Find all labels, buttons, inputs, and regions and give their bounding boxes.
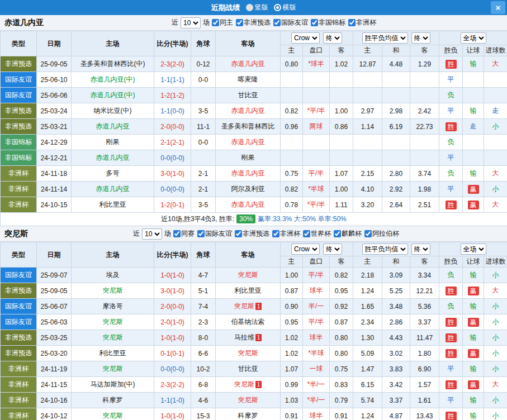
subcol-handicap: 盘口	[303, 45, 330, 56]
competition-checkbox[interactable]	[273, 19, 281, 26]
competition-checkbox[interactable]	[235, 230, 242, 237]
away-team-cell: 甘比亚	[216, 88, 281, 103]
away-team-cell: 赤道几内亚	[216, 56, 281, 72]
handicap-result-label: 输	[470, 365, 477, 373]
away-team-name: 突尼斯	[234, 302, 254, 310]
avg-home-cell: 5.74	[353, 393, 382, 408]
away-team-name: 马拉维	[234, 333, 254, 341]
competition-filter[interactable]: 非洲预选	[236, 18, 271, 27]
handicap-result-cell	[463, 135, 484, 150]
goals-result-cell: 小	[484, 361, 507, 377]
date-cell: 25-03-24	[37, 103, 72, 119]
goals-result-label: 走	[492, 107, 499, 114]
competition-filter[interactable]: 非洲杯	[348, 18, 376, 27]
avg-type-select[interactable]: 胜平负均值	[362, 32, 408, 44]
home-team-name: 纳米比亚(中)	[94, 107, 132, 114]
competition-checkbox[interactable]	[173, 230, 181, 237]
summary-record-text: 近10场,胜3平4负3, 胜率:	[161, 215, 234, 223]
odds-handicap-cell: *平/半	[303, 197, 330, 213]
layout-radio-horizontal[interactable]: 横版	[274, 3, 296, 12]
handicap-result-label: 赢	[468, 318, 479, 327]
away-team-name: 突尼斯	[234, 380, 254, 388]
scope-select[interactable]: 全场	[461, 244, 486, 255]
competition-checkbox[interactable]	[334, 230, 341, 237]
competition-type-cell: 非洲预选	[1, 346, 37, 361]
odds-home-cell: 1.00	[281, 268, 303, 283]
odds-company-select[interactable]: Crow	[291, 32, 320, 44]
match-count-select[interactable]: 10	[181, 17, 201, 28]
odds-time-select[interactable]: 终	[323, 244, 342, 255]
away-team-name: 赤道几内亚	[231, 169, 265, 177]
radio-selected-icon[interactable]	[274, 4, 281, 11]
score: 1-2(0-1)	[160, 201, 184, 209]
competition-filter[interactable]: 世界杯	[303, 229, 331, 238]
corners-cell: 7-4	[191, 299, 216, 314]
home-team-name: 摩洛哥	[103, 302, 123, 310]
subcol-odds-away: 客	[330, 45, 353, 56]
odds-time-select[interactable]: 终	[323, 32, 342, 44]
corners-cell: 2-1	[191, 182, 216, 197]
home-team-cell: 利比里亚	[72, 197, 154, 213]
avg-type-select[interactable]: 胜平负均值	[362, 244, 408, 255]
avg-draw-cell	[382, 88, 410, 103]
competition-checkbox[interactable]	[236, 19, 243, 26]
home-team-name: 突尼斯	[103, 412, 123, 419]
score: 2-3(2-0)	[160, 60, 184, 68]
handicap-result-cell	[463, 72, 484, 88]
odds-company-select[interactable]: Crow	[291, 244, 320, 255]
scope-select[interactable]: 全场	[461, 32, 486, 44]
result-label: 平	[448, 75, 454, 83]
away-team-name: 甘比亚	[238, 365, 258, 373]
avg-time-select[interactable]: 终	[411, 244, 430, 255]
col-corners: 角球	[191, 242, 216, 268]
competition-checkbox[interactable]	[364, 230, 372, 237]
competition-checkbox[interactable]	[197, 230, 205, 237]
home-team-name: 突尼斯	[103, 318, 123, 326]
goals-result-cell: 小	[484, 314, 507, 330]
corners-cell: 6-8	[191, 377, 216, 393]
avg-time-select[interactable]: 终	[411, 32, 430, 44]
competition-filter[interactable]: 非国锦标	[311, 18, 345, 27]
avg-draw-cell: 2.92	[382, 182, 410, 197]
goals-result-label: 大	[492, 60, 499, 68]
match-row: 非洲预选 25-03-24 纳米比亚(中) 1-1(0-0) 3-5 赤道几内亚…	[1, 103, 507, 119]
match-row: 非国锦标 24-12-29 刚果 2-1(2-1) 0-0 赤道几内亚 负	[1, 135, 507, 150]
goals-result-label: 小	[492, 271, 499, 279]
competition-checkbox[interactable]	[212, 19, 219, 26]
competition-type-cell: 国际友谊	[1, 299, 37, 314]
date-cell: 24-11-14	[37, 182, 72, 197]
goals-result-label: 小	[492, 349, 499, 357]
subcol-avg-draw: 和	[382, 256, 410, 268]
competition-checkbox[interactable]	[272, 230, 279, 237]
competition-filter[interactable]: 非洲预选	[235, 229, 269, 238]
competition-filter[interactable]: 非洲杯	[272, 229, 300, 238]
goals-result-cell: 小	[484, 346, 507, 361]
competition-checkbox[interactable]	[303, 230, 310, 237]
handicap-result-label: 赢	[468, 185, 479, 194]
competition-filter-label: 国际友谊	[205, 229, 232, 238]
home-team-name: 赤道几内亚(中)	[91, 75, 135, 83]
match-count-select[interactable]: 10	[142, 228, 162, 240]
odds-away-cell: 0.87	[330, 314, 353, 330]
layout-radio-vertical[interactable]: 竖版	[246, 3, 268, 12]
result-cell: 胜	[439, 314, 463, 330]
handicap-result-label: 赢	[468, 201, 479, 209]
goals-result-cell: 大	[484, 377, 507, 393]
home-team-cell: 突尼斯	[72, 283, 154, 299]
competition-checkbox[interactable]	[311, 19, 318, 26]
avg-draw-cell: 2.80	[382, 166, 410, 182]
score-cell: 2-0(1-0)	[154, 314, 191, 330]
odds-away-cell	[330, 150, 353, 166]
date-cell: 25-09-05	[37, 56, 72, 72]
avg-away-cell: 11.47	[410, 330, 439, 346]
competition-filter[interactable]: 同主	[212, 18, 233, 27]
radio-unselected-icon[interactable]	[246, 4, 253, 11]
competition-checkbox[interactable]	[348, 19, 356, 26]
competition-filter[interactable]: 阿拉伯杯	[364, 229, 399, 238]
close-button[interactable]: ×	[491, 1, 505, 14]
competition-filter[interactable]: 同赛	[173, 229, 195, 238]
competition-filter[interactable]: 麒麟杯	[334, 229, 362, 238]
competition-filter[interactable]: 国际友谊	[197, 229, 232, 238]
score: 2-0(0-0)	[160, 303, 184, 311]
competition-filter[interactable]: 国际友谊	[273, 18, 308, 27]
